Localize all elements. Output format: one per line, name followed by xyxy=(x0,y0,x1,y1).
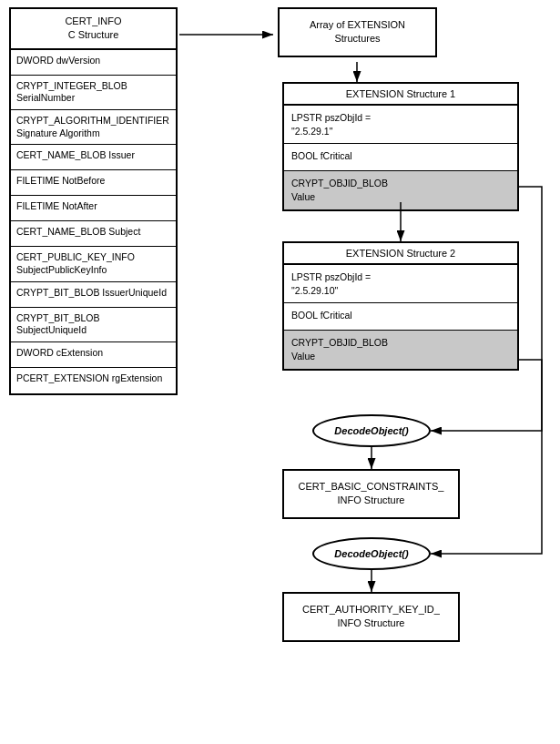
ext2-field3: CRYPT_OBJID_BLOBValue xyxy=(284,331,517,368)
basic-constraints-box: CERT_BASIC_CONSTRAINTS_ INFO Structure xyxy=(282,469,460,519)
array-box: Array of EXTENSION Structures xyxy=(278,7,437,57)
field-not-before: FILETIME NotBefore xyxy=(11,170,176,196)
ext1-field3: CRYPT_OBJID_BLOBValue xyxy=(284,171,517,209)
cert-info-fields: DWORD dwVersion CRYPT_INTEGER_BLOBSerial… xyxy=(11,50,176,393)
field-rg-extension: PCERT_EXTENSION rgExtension xyxy=(11,368,176,393)
ext1-field1: LPSTR pszObjId ="2.5.29.1" xyxy=(284,106,517,144)
ext1-field2: BOOL fCritical xyxy=(284,144,517,171)
field-c-extension: DWORD cExtension xyxy=(11,342,176,368)
field-signature-algorithm: CRYPT_ALGORITHM_IDENTIFIERSignature Algo… xyxy=(11,110,176,145)
field-not-after: FILETIME NotAfter xyxy=(11,196,176,221)
field-subject: CERT_NAME_BLOB Subject xyxy=(11,221,176,247)
cert-info-box: CERT_INFO C Structure DWORD dwVersion CR… xyxy=(9,7,178,395)
ext2-field2: BOOL fCritical xyxy=(284,303,517,331)
authority-key-box: CERT_AUTHORITY_KEY_ID_ INFO Structure xyxy=(282,592,460,642)
field-issuer-unique-id: CRYPT_BIT_BLOB IssuerUniqueId xyxy=(11,282,176,308)
decode-object-2: DecodeObject() xyxy=(312,537,431,570)
ext1-title: EXTENSION Structure 1 xyxy=(284,84,517,106)
diagram: CERT_INFO C Structure DWORD dwVersion CR… xyxy=(0,0,560,744)
field-issuer: CERT_NAME_BLOB Issuer xyxy=(11,145,176,170)
ext1-box: EXTENSION Structure 1 LPSTR pszObjId ="2… xyxy=(282,82,519,211)
field-dw-version: DWORD dwVersion xyxy=(11,50,176,76)
field-serial-number: CRYPT_INTEGER_BLOBSerialNumber xyxy=(11,76,176,110)
field-subject-unique-id: CRYPT_BIT_BLOBSubjectUniqueId xyxy=(11,308,176,342)
ext2-field1: LPSTR pszObjId ="2.5.29.10" xyxy=(284,265,517,303)
decode-object-1: DecodeObject() xyxy=(312,414,431,447)
field-subject-public-key: CERT_PUBLIC_KEY_INFOSubjectPublicKeyInfo xyxy=(11,247,176,281)
ext2-box: EXTENSION Structure 2 LPSTR pszObjId ="2… xyxy=(282,241,519,371)
ext2-title: EXTENSION Structure 2 xyxy=(284,243,517,265)
cert-info-title: CERT_INFO C Structure xyxy=(11,9,176,50)
